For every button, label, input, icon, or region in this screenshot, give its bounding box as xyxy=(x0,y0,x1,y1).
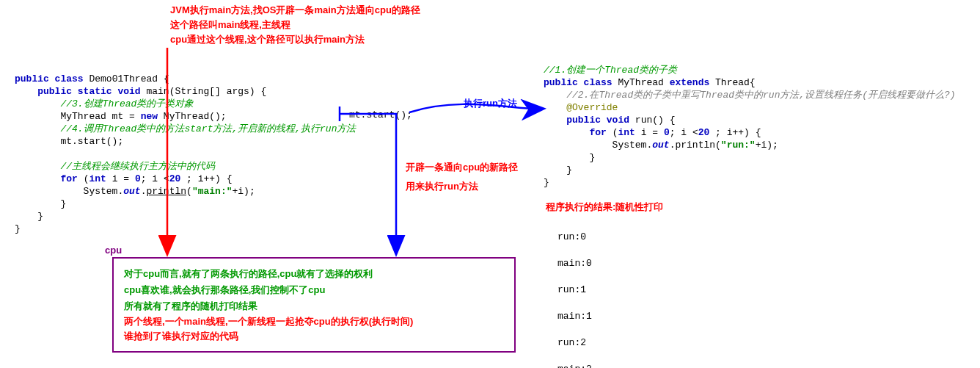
code: System. xyxy=(544,140,652,151)
code: Thread{ xyxy=(715,77,756,88)
note-line: 这个路径叫main线程,主线程 xyxy=(170,18,420,32)
mid-red-notes: 开辟一条通向cpu的新路径 用来执行run方法 xyxy=(406,160,518,194)
box-line: 对于cpu而言,就有了两条执行的路径,cpu就有了选择的权利 xyxy=(124,266,504,282)
result-title: 程序执行的结果:随机性打印 xyxy=(546,200,663,214)
static: out xyxy=(123,186,140,197)
code: i = xyxy=(112,173,135,184)
kw: public class xyxy=(544,77,618,88)
num: 20 xyxy=(698,127,715,138)
code: } xyxy=(15,211,43,222)
num: 0 xyxy=(664,127,670,138)
code: +i); xyxy=(232,186,255,197)
note-line: JVM执行main方法,找OS开辟一条main方法通向cpu的路径 xyxy=(170,3,420,18)
cpu-label: cpu xyxy=(105,245,122,256)
static: out xyxy=(652,140,669,151)
run-label: 执行run方法 xyxy=(464,97,517,110)
code: ; i < xyxy=(141,173,169,184)
code: } xyxy=(15,223,21,234)
code: mt.start(); xyxy=(15,136,123,147)
num: 0 xyxy=(135,173,141,184)
cpu-box: 对于cpu而言,就有了两条执行的路径,cpu就有了选择的权利 cpu喜欢谁,就会… xyxy=(112,257,516,353)
code: .println( xyxy=(670,140,721,151)
comment: //主线程会继续执行主方法中的代码 xyxy=(15,161,215,172)
annotation: @Override xyxy=(544,102,618,113)
code: main(String[] args) { xyxy=(146,86,266,97)
note-line: 用来执行run方法 xyxy=(406,179,518,194)
code: +i); xyxy=(756,140,778,151)
kw: new xyxy=(141,111,164,122)
box-line: 谁抢到了谁执行对应的代码 xyxy=(124,329,504,344)
output-line: run:2 xyxy=(557,336,592,350)
call: println xyxy=(146,186,186,197)
code: i = xyxy=(641,127,664,138)
comment: //1.创建一个Thread类的子类 xyxy=(544,65,677,76)
output-line: run:1 xyxy=(557,284,592,297)
code: } xyxy=(544,177,549,188)
num: 20 xyxy=(169,173,186,184)
kw: for xyxy=(544,127,612,138)
left-code-block: public class Demo01Thread { public stati… xyxy=(15,60,356,235)
right-code-block: //1.创建一个Thread类的子类 public class MyThread… xyxy=(544,51,956,189)
box-line: cpu喜欢谁,就会执行那条路径,我们控制不了cpu xyxy=(124,282,504,298)
output-line: main:0 xyxy=(557,257,592,270)
code: Demo01Thread { xyxy=(89,73,169,84)
output-line: main:2 xyxy=(557,363,592,368)
kw: int xyxy=(89,173,111,184)
comment: //2.在Thread类的子类中重写Thread类中的run方法,设置线程任务(… xyxy=(544,90,956,101)
note-line: 开辟一条通向cpu的新路径 xyxy=(406,160,518,175)
comment: //3.创建Thread类的子类对象 xyxy=(15,98,194,109)
string: "main:" xyxy=(192,186,233,197)
kw: public class xyxy=(15,73,89,84)
kw: for xyxy=(15,173,84,184)
kw: public void xyxy=(544,115,635,126)
box-line: 两个线程,一个main线程,一个新线程一起抢夺cpu的执行权(执行时间) xyxy=(124,314,504,329)
mid-call: mt.start(); xyxy=(349,109,412,121)
output-line: main:1 xyxy=(557,310,592,323)
top-red-notes: JVM执行main方法,找OS开辟一条main方法通向cpu的路径 这个路径叫m… xyxy=(170,3,420,47)
code: ; i++) { xyxy=(186,173,232,184)
output-line: run:0 xyxy=(557,231,592,244)
code: run() { xyxy=(635,115,676,126)
code: System. xyxy=(15,186,123,197)
code: } xyxy=(544,152,595,163)
comment: //4.调用Thread类中的方法start方法,开启新的线程,执行run方法 xyxy=(15,123,356,134)
string: "run:" xyxy=(721,140,756,151)
kw: int xyxy=(618,127,640,138)
code: ; i++) { xyxy=(715,127,761,138)
code: } xyxy=(15,198,66,209)
code: MyThread(); xyxy=(164,111,227,122)
box-line: 所有就有了程序的随机打印结果 xyxy=(124,298,504,314)
code: } xyxy=(544,165,572,176)
code: MyThread xyxy=(618,77,669,88)
code: ( xyxy=(186,186,192,197)
code: MyThread mt = xyxy=(15,111,141,122)
kw: extends xyxy=(670,77,715,88)
code: ; i < xyxy=(670,127,698,138)
note-line: cpu通过这个线程,这个路径可以执行main方法 xyxy=(170,32,420,47)
kw: public static void xyxy=(15,86,146,97)
result-output: run:0 main:0 run:1 main:1 run:2 main:2 r… xyxy=(557,217,592,368)
